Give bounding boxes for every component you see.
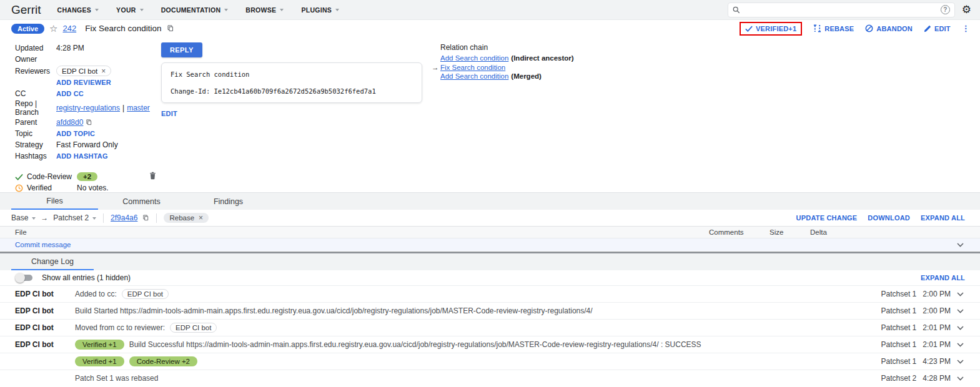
search-icon [733, 6, 740, 14]
commit-message-card: Fix Search condition Change-Id: Ie12cb41… [161, 62, 422, 103]
expand-all-log-button[interactable]: EXPAND ALL [921, 274, 965, 282]
cc-label: CC [15, 89, 56, 98]
tab-comments[interactable]: Comments [98, 193, 185, 210]
trash-icon[interactable] [149, 172, 156, 182]
check-icon [745, 26, 753, 32]
remove-chip-icon[interactable]: × [199, 214, 203, 222]
menu-browse[interactable]: BROWSE [245, 6, 284, 14]
add-topic-button[interactable]: ADD TOPIC [56, 130, 95, 137]
menu-documentation[interactable]: DOCUMENTATION [161, 6, 229, 14]
repo-link[interactable]: registry-regulations [56, 104, 120, 112]
code-review-vote-chip[interactable]: +2 [77, 172, 97, 181]
relation-chain-item-current: → Fix Search condition [440, 63, 980, 72]
commit-subject: Fix Search condition [171, 71, 413, 78]
update-change-button[interactable]: UPDATE CHANGE [796, 214, 858, 222]
show-all-entries-toggle[interactable] [15, 274, 34, 282]
chevron-down-icon [335, 9, 339, 13]
copy-icon[interactable] [86, 119, 92, 126]
patchset-sha-link[interactable]: 2f9a4a6 [111, 213, 137, 222]
expand-chevron-icon[interactable] [957, 292, 964, 296]
log-time: 2:00 PM [923, 290, 951, 298]
search-bar[interactable]: ? [728, 2, 955, 17]
updated-label: Updated [15, 44, 56, 52]
account-chip[interactable]: EDP CI bot [170, 323, 217, 333]
abandon-button[interactable]: ABANDON [865, 24, 913, 32]
branch-link[interactable]: master [127, 104, 150, 112]
expand-chevron-icon[interactable] [957, 326, 964, 330]
relation-chain-item: Add Search condition(Indirect ancestor) [440, 54, 980, 63]
expand-chevron-icon[interactable] [957, 243, 964, 247]
menu-changes[interactable]: CHANGES [57, 6, 99, 14]
topic-label: Topic [15, 129, 56, 138]
remove-reviewer-icon[interactable]: × [101, 67, 106, 75]
chevron-down-icon [95, 9, 99, 13]
log-row: EDP CI bot Moved from cc to reviewer: ED… [0, 319, 980, 336]
tab-change-log[interactable]: Change Log [11, 253, 94, 270]
log-time: 2:01 PM [923, 340, 951, 349]
rebase-button[interactable]: REBASE [813, 24, 854, 32]
patchset-bar: Base → Patchset 2 2f9a4a6 Rebase × UPDAT… [0, 210, 980, 226]
status-badge: Active [11, 24, 44, 34]
change-number-link[interactable]: 242 [62, 24, 76, 33]
tab-files[interactable]: Files [11, 193, 98, 210]
add-cc-button[interactable]: ADD CC [56, 90, 84, 97]
commit-panel: REPLY Fix Search condition Change-Id: Ie… [161, 42, 440, 185]
rebase-filter-chip[interactable]: Rebase × [164, 213, 209, 223]
relation-change-link[interactable]: Fix Search condition [440, 64, 505, 71]
expand-all-files-button[interactable]: EXPAND ALL [921, 214, 965, 222]
log-patchset: Patchset 1 [881, 357, 917, 366]
log-patchset: Patchset 1 [881, 340, 917, 349]
copy-icon[interactable] [167, 24, 174, 32]
commit-message-file-row[interactable]: Commit message [0, 238, 980, 251]
log-patchset: Patchset 1 [881, 323, 917, 332]
hashtags-label: Hashtags [15, 152, 56, 160]
copy-icon[interactable] [142, 214, 149, 222]
relation-chain-title: Relation chain [440, 43, 980, 52]
commit-message-file-link[interactable]: Commit message [15, 241, 71, 248]
expand-chevron-icon[interactable] [957, 376, 964, 381]
settings-gear-icon[interactable]: ⚙ [962, 4, 971, 15]
delta-column-header: Delta [810, 228, 980, 236]
expand-chevron-icon[interactable] [957, 309, 964, 313]
file-table-header: File Comments Size Delta [0, 226, 980, 238]
repo-branch-label: Repo | Branch [15, 99, 56, 117]
more-options-icon[interactable]: ⋮ [962, 24, 970, 33]
verified-votes-value: No votes. [77, 184, 109, 192]
help-icon[interactable]: ? [941, 5, 950, 14]
reply-button[interactable]: REPLY [161, 42, 202, 57]
relation-chain: Relation chain Add Search condition(Indi… [440, 42, 980, 185]
verified-vote-chip: Verified +1 [75, 356, 124, 366]
edit-commit-message-button[interactable]: EDIT [161, 110, 177, 117]
log-author: EDP CI bot [15, 323, 75, 332]
parent-sha-link[interactable]: afdd8d0 [56, 118, 83, 127]
download-button[interactable]: DOWNLOAD [868, 214, 910, 222]
add-hashtag-button[interactable]: ADD HASHTAG [56, 152, 108, 160]
log-message: Moved from cc to reviewer: [75, 323, 165, 332]
comments-column-header: Comments [709, 228, 770, 236]
base-patchset-select[interactable]: Base [11, 213, 36, 222]
show-all-entries-label: Show all entries (1 hidden) [42, 273, 131, 282]
gerrit-logo[interactable]: Gerrit [11, 3, 41, 17]
star-icon[interactable]: ☆ [49, 24, 57, 33]
relation-change-link[interactable]: Add Search condition [440, 72, 508, 80]
expand-chevron-icon[interactable] [957, 360, 964, 364]
menu-plugins[interactable]: PLUGINS [301, 6, 339, 14]
log-row: Verified +1 Code-Review +2 Patchset 14:2… [0, 353, 980, 370]
add-reviewer-button[interactable]: ADD REVIEWER [56, 79, 111, 86]
relation-change-link[interactable]: Add Search condition [440, 54, 508, 62]
edit-button[interactable]: EDIT [924, 25, 951, 32]
reviewer-chip[interactable]: EDP CI bot × [56, 66, 111, 76]
log-message: Build Successful https://admin-tools-adm… [129, 340, 701, 349]
verified-vote-button[interactable]: VERIFIED+1 [740, 22, 802, 36]
menu-your[interactable]: YOUR [116, 6, 144, 14]
log-author: EDP CI bot [15, 306, 75, 315]
verified-vote-chip: Verified +1 [75, 340, 124, 350]
patchset-select[interactable]: Patchset 2 [53, 213, 96, 222]
account-chip[interactable]: EDP CI bot [122, 289, 169, 299]
log-message: Build Started https://admin-tools-admin-… [75, 306, 593, 315]
search-input[interactable] [744, 5, 937, 15]
log-time: 2:01 PM [923, 323, 951, 332]
expand-chevron-icon[interactable] [957, 343, 964, 347]
tab-findings[interactable]: Findings [185, 193, 272, 210]
relation-chain-item: Add Search condition(Merged) [440, 72, 980, 81]
